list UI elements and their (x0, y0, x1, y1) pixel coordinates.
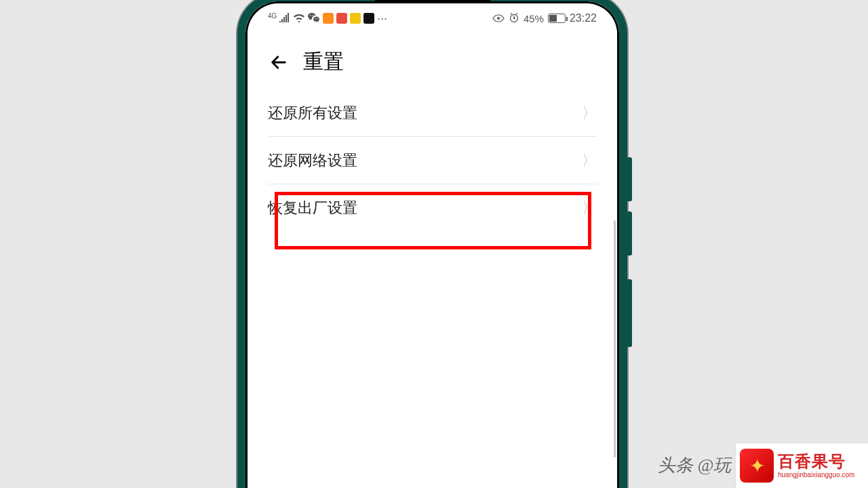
app-icon-1 (323, 13, 334, 24)
chevron-right-icon: 〉 (582, 103, 597, 123)
scrollbar[interactable] (614, 220, 616, 458)
settings-item-factory-reset[interactable]: 恢复出厂设置 〉 (268, 184, 597, 232)
app-icon-3 (350, 13, 361, 24)
settings-list: 还原所有设置 〉 还原网络设置 〉 恢复出厂设置 〉 (248, 89, 617, 232)
chevron-right-icon: 〉 (582, 150, 597, 171)
status-left: 4G ⋯ (268, 12, 492, 25)
svg-point-0 (497, 17, 500, 20)
status-right: 45% 23:22 (492, 12, 597, 25)
app-icon-2 (336, 13, 347, 24)
clock-time: 23:22 (570, 12, 597, 24)
arrow-left-icon (269, 53, 288, 72)
settings-item-reset-network[interactable]: 还原网络设置 〉 (268, 137, 597, 184)
volume-up-button (627, 157, 632, 201)
status-bar: 4G ⋯ (248, 3, 617, 33)
site-title: 百香果号 (778, 453, 854, 470)
settings-item-label: 还原网络设置 (268, 150, 357, 171)
phone-frame: 4G ⋯ (237, 0, 627, 488)
network-type-label: 4G (268, 12, 277, 20)
settings-item-label: 还原所有设置 (268, 103, 357, 123)
tiktok-icon (363, 13, 374, 24)
site-watermark: 百香果号 huangjinbaixiangguo.com (736, 443, 868, 488)
site-logo-icon (740, 449, 774, 483)
wechat-icon (308, 12, 320, 25)
phone-screen: 4G ⋯ (248, 3, 617, 488)
settings-item-label: 恢复出厂设置 (268, 198, 357, 218)
back-button[interactable] (268, 52, 290, 73)
page-title: 重置 (303, 48, 344, 76)
battery-percent: 45% (524, 13, 544, 24)
page-header: 重置 (248, 33, 617, 89)
settings-item-reset-all[interactable]: 还原所有设置 〉 (268, 89, 597, 137)
wifi-icon (293, 13, 305, 24)
signal-icon (279, 13, 290, 24)
volume-down-button (627, 211, 632, 256)
author-watermark: 头条 @玩 (658, 453, 731, 477)
eye-icon (492, 13, 505, 24)
power-button (627, 279, 632, 347)
more-notifications-icon: ⋯ (377, 12, 388, 24)
alarm-icon (509, 12, 519, 25)
battery-icon (548, 14, 566, 23)
site-subtitle: huangjinbaixiangguo.com (778, 471, 854, 479)
chevron-right-icon: 〉 (582, 198, 597, 218)
